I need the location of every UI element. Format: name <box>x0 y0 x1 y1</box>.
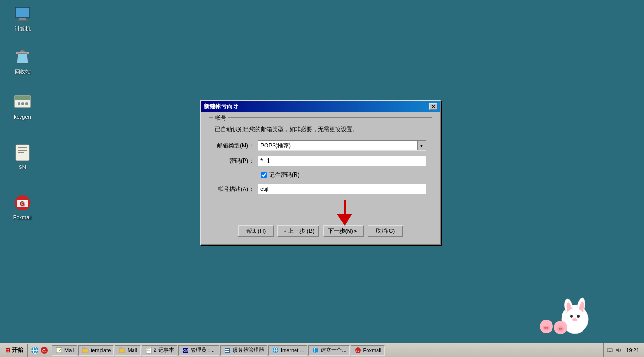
taskbar-create-label: 建立一个... <box>321 346 346 354</box>
recycle-label: 回收站 <box>15 68 31 75</box>
dialog-buttons: 帮助(H) ＜上一步 (B) 下一步(N)＞ 取消(C) <box>209 225 432 237</box>
taskbar-foxmail-label: Foxmail <box>363 347 382 353</box>
foxmail-label: Foxmail <box>13 214 32 220</box>
desktop-icon-recycle[interactable]: 回收站 <box>6 48 39 75</box>
account-section: 帐号 已自动识别出您的邮箱类型，如非必要，无需更改设置。 邮箱类型(M)： PO… <box>209 117 432 206</box>
taskbar-mail-icon <box>55 346 63 354</box>
taskbar-notepad-label: 2 记事本 <box>154 346 174 354</box>
svg-rect-3 <box>17 20 28 21</box>
desktop-icon-foxmail[interactable]: G Foxmail <box>6 193 39 220</box>
cancel-button[interactable]: 取消(C) <box>368 225 403 237</box>
mailbox-type-label: 邮箱类型(M)： <box>215 142 258 150</box>
taskbar-item-template[interactable]: template <box>78 345 114 356</box>
taskbar-notepad-icon <box>145 346 153 354</box>
password-input[interactable] <box>258 156 426 166</box>
keygen-label: keygen <box>14 114 31 120</box>
taskbar-template-label: template <box>91 347 111 353</box>
account-desc-row: 帐号描述(A)： <box>215 184 426 194</box>
svg-rect-53 <box>225 349 229 350</box>
svg-text:G: G <box>20 200 24 207</box>
svg-marker-19 <box>337 214 352 226</box>
taskbar-items: Mail template Mail 2 记事本 CM <box>51 345 603 356</box>
svg-point-34 <box>546 327 548 329</box>
foxmail-icon: G <box>13 193 32 212</box>
mailbox-type-select[interactable]: POP3(推荐) IMAP Exchange <box>258 140 426 151</box>
svg-rect-63 <box>609 351 611 352</box>
taskbar-mail-label: Mail <box>64 347 74 353</box>
svg-point-11 <box>25 102 28 105</box>
windows-logo-icon: ⊞ <box>5 347 10 354</box>
taskbar-item-mail-2[interactable]: Mail <box>115 345 140 356</box>
account-desc-label: 帐号描述(A)： <box>215 185 258 193</box>
computer-label: 计算机 <box>15 25 31 32</box>
taskbar-item-foxmail[interactable]: G Foxmail <box>351 345 385 356</box>
help-button[interactable]: 帮助(H) <box>238 225 274 237</box>
volume-icon[interactable] <box>614 346 622 354</box>
taskbar-item-admin[interactable]: CM 管理员：... <box>178 345 219 356</box>
taskbar-folder-icon <box>82 346 89 354</box>
svg-rect-52 <box>225 348 230 353</box>
network-icon[interactable] <box>606 346 613 354</box>
ql-ie-icon[interactable] <box>31 346 39 355</box>
svg-rect-14 <box>18 150 27 151</box>
taskbar-item-mail-1[interactable]: Mail <box>52 345 77 356</box>
desktop-icon-sn[interactable]: SN <box>6 143 39 170</box>
desktop-icon-keygen[interactable]: keygen <box>6 93 39 120</box>
taskbar-foxmail-icon: G <box>354 346 362 354</box>
mailbox-type-row: 邮箱类型(M)： POP3(推荐) IMAP Exchange ▼ <box>215 140 426 151</box>
dialog-close-button[interactable]: ✕ <box>429 103 437 110</box>
taskbar-item-create[interactable]: 建立一个... <box>308 345 349 356</box>
svg-point-58 <box>313 347 318 353</box>
remember-password-row: 记住密码(R) <box>261 171 426 179</box>
new-account-wizard-dialog: 新建帐号向导 ✕ 帐号 已自动识别出您的邮箱类型，如非必要，无需更改设置。 邮箱… <box>200 100 441 245</box>
password-row: 密码(P)： <box>215 156 426 166</box>
sn-label: SN <box>19 164 26 170</box>
dialog-titlebar: 新建帐号向导 ✕ <box>201 101 440 112</box>
taskbar: ⊞ 开始 G Mail <box>0 343 644 357</box>
svg-point-40 <box>561 328 562 330</box>
corner-decoration <box>530 279 606 342</box>
taskbar-cmd-icon: CM <box>182 346 189 354</box>
taskbar-item-ie[interactable]: Internet ... <box>268 345 308 356</box>
remember-password-checkbox[interactable] <box>261 172 267 178</box>
taskbar-admin-label: 管理员：... <box>191 346 216 354</box>
quick-launch: G <box>29 343 51 357</box>
svg-marker-64 <box>616 348 619 353</box>
svg-rect-2 <box>19 18 26 20</box>
taskbar-item-notepad[interactable]: 2 记事本 <box>142 345 177 356</box>
ql-foxmail-icon[interactable]: G <box>40 346 49 355</box>
taskbar-ie-label: Internet ... <box>281 347 305 353</box>
dialog-body: 帐号 已自动识别出您的邮箱类型，如非必要，无需更改设置。 邮箱类型(M)： PO… <box>201 112 440 244</box>
mailbox-type-select-wrapper[interactable]: POP3(推荐) IMAP Exchange ▼ <box>258 140 426 151</box>
svg-rect-5 <box>16 52 29 54</box>
svg-text:CM: CM <box>183 349 188 352</box>
start-label: 开始 <box>12 346 23 354</box>
svg-rect-1 <box>16 8 29 17</box>
prev-button[interactable]: ＜上一步 (B) <box>277 225 319 237</box>
taskbar-servermgr-label: 服务器管理器 <box>233 346 264 354</box>
svg-point-27 <box>577 315 580 318</box>
systray: 19:21 <box>603 343 644 357</box>
taskbar-item-servermgr[interactable]: 服务器管理器 <box>220 345 267 356</box>
section-description: 已自动识别出您的邮箱类型，如非必要，无需更改设置。 <box>215 126 426 134</box>
svg-rect-8 <box>15 96 30 100</box>
password-label: 密码(P)： <box>215 157 258 165</box>
svg-rect-54 <box>225 351 229 352</box>
svg-point-26 <box>570 315 573 318</box>
start-button[interactable]: ⊞ 开始 <box>1 344 28 357</box>
svg-rect-15 <box>18 152 24 153</box>
desktop-icon-computer[interactable]: 计算机 <box>6 5 39 32</box>
svg-point-28 <box>572 318 577 321</box>
svg-point-10 <box>21 102 24 105</box>
svg-rect-13 <box>18 147 27 148</box>
svg-point-9 <box>18 102 20 105</box>
taskbar-mail2-icon <box>118 346 126 354</box>
section-legend: 帐号 <box>213 114 228 122</box>
recycle-icon <box>13 48 32 67</box>
taskbar-mail2-label: Mail <box>127 347 137 353</box>
computer-icon <box>13 5 32 24</box>
svg-text:G: G <box>356 349 359 353</box>
clock: 19:21 <box>623 347 642 353</box>
svg-point-33 <box>544 327 546 329</box>
account-desc-input[interactable] <box>258 184 426 194</box>
